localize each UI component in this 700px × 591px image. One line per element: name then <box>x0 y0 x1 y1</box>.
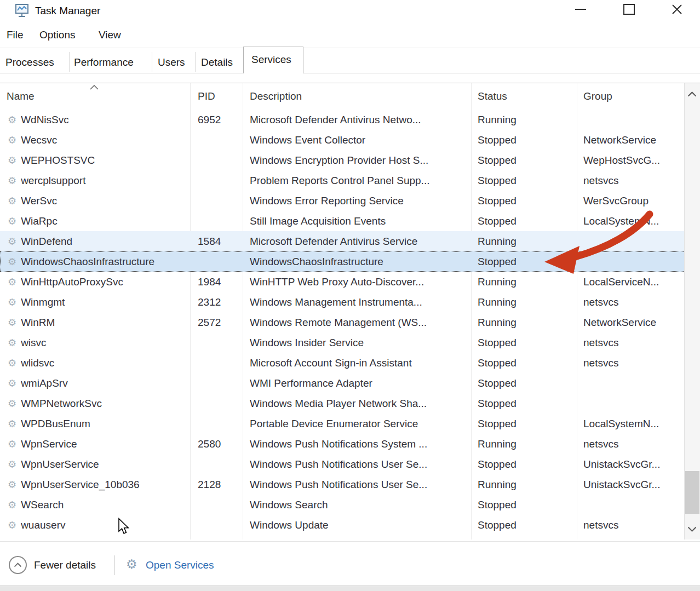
maximize-button[interactable] <box>613 0 644 19</box>
service-group: UnistackSvcGr... <box>577 474 685 495</box>
service-gear-icon: ⚙ <box>8 236 16 247</box>
scroll-down-icon[interactable] <box>687 526 697 532</box>
table-row[interactable]: ⚙Wecsvc Windows Event Collector Stopped … <box>0 130 685 150</box>
menu-file[interactable]: File <box>7 27 24 43</box>
service-gear-icon: ⚙ <box>8 520 16 531</box>
table-row[interactable]: ⚙WpnService 2580 Windows Push Notificati… <box>0 434 685 454</box>
service-pid <box>190 373 243 393</box>
table-row[interactable]: ⚙Winmgmt 2312 Windows Management Instrum… <box>0 292 685 312</box>
service-description: WMI Performance Adapter <box>243 373 471 393</box>
table-row[interactable]: ⚙WSearch Windows Search Stopped <box>0 495 685 515</box>
service-pid: 2572 <box>190 312 243 332</box>
tab-services[interactable]: Services <box>243 47 303 73</box>
service-pid <box>190 414 243 434</box>
service-status: Stopped <box>471 495 577 515</box>
service-gear-icon: ⚙ <box>8 317 16 328</box>
menu-options[interactable]: Options <box>39 27 75 43</box>
service-group: netsvcs <box>577 515 685 535</box>
table-row[interactable]: ⚙WMPNetworkSvc Windows Media Player Netw… <box>0 393 685 414</box>
service-pid <box>190 170 243 191</box>
table-row[interactable]: ⚙WEPHOSTSVC Windows Encryption Provider … <box>0 150 685 170</box>
service-name: wlidsvc <box>21 357 54 369</box>
service-description: Still Image Acquisition Events <box>243 211 471 231</box>
table-row[interactable]: ⚙WpnUserService Windows Push Notificatio… <box>0 454 685 474</box>
table-row[interactable]: ⚙WerSvc Windows Error Reporting Service … <box>0 191 685 211</box>
footer-separator <box>114 555 115 575</box>
service-pid <box>190 393 243 414</box>
service-pid <box>190 454 243 474</box>
menu-view[interactable]: View <box>99 27 121 43</box>
column-header-pid[interactable]: PID <box>198 83 215 110</box>
service-name: Winmgmt <box>21 296 65 308</box>
service-name: wisvc <box>21 337 46 348</box>
tab-processes[interactable]: Processes <box>5 52 54 73</box>
task-manager-window: Task Manager File Options View Processes… <box>0 0 700 591</box>
fewer-details-label[interactable]: Fewer details <box>34 558 96 572</box>
service-group: netsvcs <box>577 434 685 454</box>
service-gear-icon: ⚙ <box>8 297 16 308</box>
service-status: Running <box>471 231 577 251</box>
service-description: Windows Media Player Network Sha... <box>243 393 471 414</box>
close-button[interactable] <box>662 0 692 19</box>
service-status: Running <box>471 292 577 312</box>
service-gear-icon: ⚙ <box>8 135 16 146</box>
table-row[interactable]: ⚙wisvc Windows Insider Service Stopped n… <box>0 332 685 353</box>
service-pid <box>190 150 243 170</box>
column-header-name[interactable]: Name <box>7 83 35 110</box>
column-header-group[interactable]: Group <box>583 83 612 110</box>
table-row[interactable]: ⚙WpnUserService_10b036 2128 Windows Push… <box>0 474 685 495</box>
open-services-link[interactable]: Open Services <box>146 558 214 572</box>
table-row[interactable]: ⚙WPDBusEnum Portable Device Enumerator S… <box>0 414 685 434</box>
minimize-button[interactable] <box>565 0 596 19</box>
service-description: Windows Push Notifications User Se... <box>243 454 471 474</box>
table-row[interactable]: ⚙WinDefend 1584 Microsoft Defender Antiv… <box>0 231 685 251</box>
service-status: Stopped <box>471 414 577 434</box>
service-gear-icon: ⚙ <box>8 216 16 227</box>
service-pid <box>190 353 243 373</box>
window-title: Task Manager <box>35 5 100 17</box>
close-icon <box>672 4 682 15</box>
service-group: WepHostSvcG... <box>577 150 685 170</box>
column-header-description[interactable]: Description <box>250 83 302 110</box>
scrollbar-thumb[interactable] <box>685 471 699 514</box>
service-name: WinRM <box>21 317 55 328</box>
service-name: WiaRpc <box>21 215 58 227</box>
service-description: Microsoft Account Sign-in Assistant <box>243 353 471 373</box>
service-status: Running <box>471 110 577 130</box>
scroll-up-icon[interactable] <box>687 91 697 97</box>
service-gear-icon: ⚙ <box>8 439 16 450</box>
table-row[interactable]: ⚙WinHttpAutoProxySvc 1984 WinHTTP Web Pr… <box>0 272 685 292</box>
service-status: Running <box>471 434 577 454</box>
tab-users[interactable]: Users <box>158 52 185 73</box>
table-row[interactable]: ⚙WdNisSvc 6952 Microsoft Defender Antivi… <box>0 110 685 130</box>
service-name: WPDBusEnum <box>21 418 90 429</box>
service-gear-icon: ⚙ <box>8 337 16 348</box>
table-row[interactable]: ⚙WiaRpc Still Image Acquisition Events S… <box>0 211 685 231</box>
table-row[interactable]: ⚙wlidsvc Microsoft Account Sign-in Assis… <box>0 353 685 373</box>
tab-services-label: Services <box>251 47 291 72</box>
tab-details[interactable]: Details <box>201 52 233 73</box>
service-group: LocalSystemN... <box>577 414 685 434</box>
service-name: WpnService <box>21 438 77 450</box>
column-header-status[interactable]: Status <box>478 83 507 110</box>
footer-divider <box>0 541 700 542</box>
service-gear-icon: ⚙ <box>8 155 16 166</box>
service-description: Windows Insider Service <box>243 332 471 353</box>
service-name: WinDefend <box>21 236 72 247</box>
service-gear-icon: ⚙ <box>8 378 16 389</box>
fewer-details-button[interactable] <box>9 556 27 574</box>
table-row[interactable]: ⚙WindowsChaosInfrastructure WindowsChaos… <box>0 251 685 272</box>
service-name: WMPNetworkSvc <box>21 398 102 409</box>
service-description: WinHTTP Web Proxy Auto-Discover... <box>243 272 471 292</box>
table-row[interactable]: ⚙wmiApSrv WMI Performance Adapter Stoppe… <box>0 373 685 393</box>
service-description: Windows Push Notifications User Se... <box>243 474 471 495</box>
table-row[interactable]: ⚙wuauserv Windows Update Stopped netsvcs <box>0 515 685 535</box>
tab-performance[interactable]: Performance <box>74 52 134 73</box>
table-row[interactable]: ⚙WinRM 2572 Windows Remote Management (W… <box>0 312 685 332</box>
open-services-gear-icon: ⚙ <box>126 557 137 572</box>
service-pid: 6952 <box>190 110 243 130</box>
table-row[interactable]: ⚙wercplsupport Problem Reports Control P… <box>0 170 685 191</box>
service-gear-icon: ⚙ <box>8 459 16 470</box>
service-name: WdNisSvc <box>21 114 69 125</box>
service-gear-icon: ⚙ <box>8 358 16 369</box>
